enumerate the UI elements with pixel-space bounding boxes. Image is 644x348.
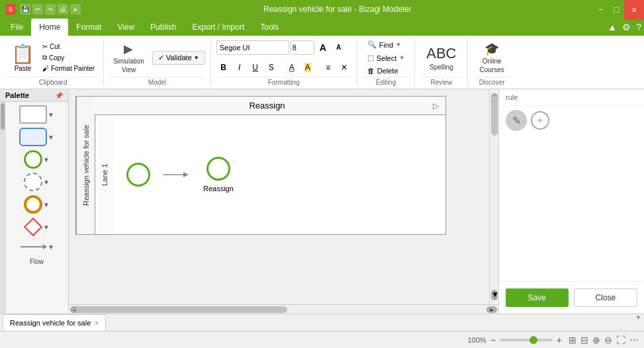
fullscreen-icon[interactable]: ⛶ (616, 335, 625, 345)
rule-edit-icon: ✎ (512, 114, 521, 127)
v-scroll-thumb[interactable] (491, 96, 498, 136)
palette-item-circle-thick[interactable]: ▼ (8, 195, 66, 214)
rule-edit-button[interactable]: ✎ (506, 110, 527, 131)
copy-button[interactable]: ⧉ Copy (39, 52, 98, 63)
overlay-close-button[interactable]: × (624, 0, 644, 20)
font-grow-button[interactable]: A (316, 40, 330, 55)
v-scroll-down-btn[interactable]: ▼ (491, 290, 498, 300)
palette-item-circle[interactable]: ▼ (8, 150, 66, 169)
save-button[interactable]: Save (506, 288, 569, 307)
delete-button[interactable]: 🗑 Delete (363, 65, 403, 77)
tab-close-icon[interactable]: × (95, 320, 99, 327)
close-button[interactable]: Close (574, 288, 638, 307)
more-status-icon[interactable]: ⋯ (629, 335, 639, 345)
menu-home[interactable]: Home (31, 19, 68, 36)
circle-thick-dropdown[interactable]: ▼ (43, 201, 50, 208)
canvas-h-scrollbar[interactable]: ◂ ▸ (69, 304, 498, 314)
spelling-icon: ABC (426, 45, 456, 62)
italic-button[interactable]: I (232, 60, 247, 75)
clear-format-button[interactable]: ✕ (337, 60, 351, 75)
pool-title: Reassign (101, 101, 433, 110)
find-button[interactable]: 🔍 Find ▼ (363, 38, 406, 51)
undo-quick-icon[interactable]: ↩ (32, 4, 43, 15)
zoom-out-status-icon[interactable]: ⊖ (604, 335, 612, 345)
h-scroll-thumb[interactable] (75, 306, 287, 313)
zoom-out-button[interactable]: − (489, 335, 497, 345)
canvas-v-scrollbar[interactable]: ▲ ▼ (489, 89, 498, 304)
task-label: Reassign (203, 185, 234, 193)
align-button[interactable]: ≡ (321, 60, 336, 75)
print-quick-icon[interactable]: 🖨 (58, 4, 68, 15)
format-painter-label: Format Painter (51, 65, 95, 72)
settings-icon[interactable]: ⚙ (622, 22, 631, 32)
collapse-ribbon-icon[interactable]: ▲ (608, 22, 617, 32)
menu-export-import[interactable]: Export / Import (185, 19, 253, 36)
format-painter-button[interactable]: 🖌 Format Painter (39, 64, 98, 73)
more-quick-icon[interactable]: ▸ (70, 4, 81, 15)
bold-button[interactable]: B (216, 60, 231, 75)
menu-file[interactable]: File (3, 19, 31, 36)
palette-item-flow[interactable]: ▼ (8, 240, 66, 253)
task-container[interactable]: Reassign (203, 157, 234, 193)
task-event[interactable] (207, 157, 230, 181)
minimize-button[interactable]: − (594, 5, 608, 15)
circle-dashed-dropdown[interactable]: ▼ (43, 179, 50, 186)
circle-dropdown[interactable]: ▼ (43, 156, 50, 163)
online-courses-button[interactable]: 🎓 Online Courses (473, 38, 510, 77)
palette-scrollbar[interactable] (0, 102, 5, 314)
font-family-input[interactable] (216, 40, 289, 55)
zoom-thumb[interactable] (529, 336, 537, 344)
spelling-button[interactable]: ABC Spelling (420, 42, 462, 74)
font-shrink-icon: A (336, 44, 341, 51)
canvas-scroll-area[interactable]: Reassign vehicle for sale Reassign ▷ (69, 89, 489, 304)
strikethrough-button[interactable]: S (264, 60, 279, 75)
menu-view[interactable]: View (109, 19, 142, 36)
redo-quick-icon[interactable]: ↪ (45, 4, 56, 15)
font-size-input[interactable] (291, 40, 314, 55)
tab-dropdown-icon[interactable]: ▼ (635, 314, 641, 331)
highlight-button[interactable]: A (300, 60, 315, 75)
canvas-inner: Reassign vehicle for sale Reassign ▷ (69, 89, 498, 304)
validate-button[interactable]: ✓ Validate ▼ (152, 51, 205, 65)
zoom-in-button[interactable]: + (555, 335, 563, 345)
palette-item-diamond[interactable]: ▼ (8, 218, 66, 236)
palette-item-circle-dashed[interactable]: ▼ (8, 173, 66, 191)
select-icon: ⬚ (367, 54, 374, 62)
start-event[interactable] (126, 163, 150, 187)
review-row: ABC Spelling (420, 38, 462, 77)
start-event-container[interactable] (126, 163, 150, 187)
rectangle-dropdown[interactable]: ▼ (48, 111, 54, 118)
simulation-button[interactable]: ▶ Simulation View (109, 40, 148, 75)
cut-button[interactable]: ✂ Cut (39, 42, 98, 52)
fit-page-icon[interactable]: ⊞ (569, 335, 576, 345)
lane-content[interactable]: Reassign (113, 115, 445, 234)
underline-button[interactable]: U (248, 60, 263, 75)
rounded-dropdown[interactable]: ▼ (48, 134, 54, 141)
flow-dropdown[interactable]: ▼ (48, 243, 54, 251)
select-button[interactable]: ⬚ Select ▼ (363, 52, 410, 64)
palette-pin-icon[interactable]: 📌 (55, 92, 63, 99)
menu-format[interactable]: Format (68, 19, 109, 36)
zoom-in-status-icon[interactable]: ⊕ (592, 335, 600, 345)
palette-item-rectangle[interactable]: ▼ (8, 105, 66, 124)
zoom-slider[interactable] (500, 339, 553, 341)
font-shrink-button[interactable]: A (332, 40, 346, 55)
right-panel-header: rule (499, 89, 644, 106)
grid-icon[interactable]: ⊟ (580, 335, 588, 345)
paste-button[interactable]: 📋 Paste (8, 41, 38, 74)
editing-group-label: Editing (363, 77, 410, 86)
help-icon[interactable]: ? (636, 22, 641, 32)
rule-add-button[interactable]: + (531, 111, 549, 130)
palette-item-rounded[interactable]: ▼ (8, 128, 66, 146)
h-scroll-right-btn[interactable]: ▸ (486, 306, 497, 313)
find-dropdown-icon: ▼ (396, 42, 401, 48)
select-label: Select (377, 54, 397, 62)
font-color-button[interactable]: A (285, 60, 299, 75)
menu-tools[interactable]: Tools (252, 19, 287, 36)
maximize-button[interactable]: □ (610, 5, 623, 15)
save-quick-icon[interactable]: 💾 (20, 4, 30, 15)
menu-publish[interactable]: Publish (142, 19, 184, 36)
ribbon: 📋 Paste ✂ Cut ⧉ Copy 🖌 Format Painter (0, 36, 644, 89)
diamond-dropdown[interactable]: ▼ (43, 224, 50, 231)
tab-item-reassign[interactable]: Reassign vehicle for sale × (3, 314, 106, 331)
